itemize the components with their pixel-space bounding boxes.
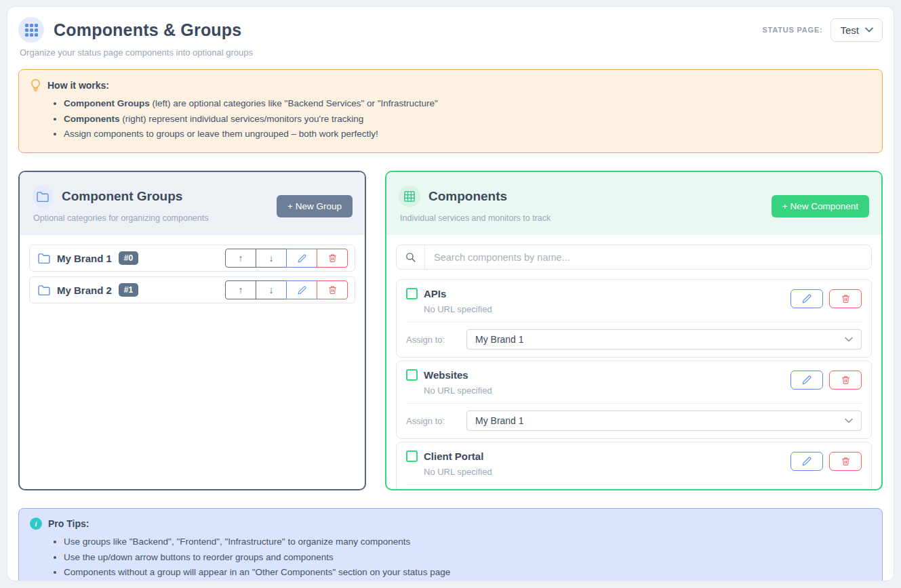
group-name: My Brand 2	[57, 285, 112, 296]
chevron-down-icon	[845, 418, 853, 423]
groups-panel-title: Component Groups	[62, 189, 182, 204]
component-card: Client Portal No URL specified	[396, 442, 872, 490]
group-order-badge: #0	[119, 251, 138, 265]
delete-group-button[interactable]	[317, 249, 348, 268]
components-panel-title: Components	[428, 189, 507, 204]
pro-tips-item: Use groups like "Backend", "Frontend", "…	[64, 534, 871, 550]
trash-icon	[328, 253, 337, 263]
group-name: My Brand 1	[57, 253, 112, 264]
components-groups-icon	[18, 17, 44, 43]
pencil-icon	[298, 254, 306, 263]
page-subtitle: Organize your status page components int…	[20, 47, 883, 58]
pencil-icon	[802, 294, 812, 303]
page-header: Components & Groups STATUS PAGE: Test	[18, 17, 883, 43]
component-url-note: No URL specified	[424, 304, 790, 314]
assigned-group-value: My Brand 1	[475, 334, 524, 345]
components-panel: Components Individual services and monit…	[385, 171, 883, 490]
group-order-badge: #1	[119, 283, 138, 297]
lightbulb-icon	[30, 79, 41, 91]
down-arrow-icon: ↓	[269, 285, 274, 295]
move-group-down-button[interactable]: ↓	[256, 249, 287, 268]
group-row: My Brand 2 #1 ↑ ↓	[29, 276, 355, 303]
component-url-note: No URL specified	[424, 385, 790, 396]
grid-icon	[404, 191, 415, 202]
pro-tips-box: i Pro Tips: Use groups like "Backend", "…	[18, 508, 883, 581]
delete-component-button[interactable]	[829, 289, 862, 308]
component-name: APIs	[424, 288, 446, 299]
component-checkbox[interactable]	[406, 450, 418, 462]
delete-group-button[interactable]	[317, 280, 348, 299]
component-name: Websites	[424, 369, 468, 381]
folder-icon	[38, 253, 50, 264]
edit-group-button[interactable]	[286, 280, 317, 299]
pro-tips-item: Use the up/down arrow buttons to reorder…	[64, 550, 871, 566]
up-arrow-icon: ↑	[239, 253, 243, 264]
trash-icon	[328, 285, 337, 295]
how-it-works-title: How it works:	[47, 80, 109, 91]
chevron-down-icon	[865, 27, 873, 33]
component-url-note: No URL specified	[424, 467, 790, 477]
page-title: Components & Groups	[54, 20, 241, 40]
chevron-down-icon	[845, 337, 853, 342]
component-name: Client Portal	[424, 450, 483, 462]
search-input[interactable]	[425, 245, 871, 269]
new-component-button[interactable]: + New Component	[772, 195, 869, 217]
edit-component-button[interactable]	[790, 289, 823, 308]
assign-group-select[interactable]: My Brand 1	[466, 329, 862, 350]
component-card: APIs No URL specified	[396, 279, 872, 358]
pencil-icon	[802, 457, 812, 466]
delete-component-button[interactable]	[829, 452, 862, 471]
component-card: Websites No URL specified	[396, 360, 872, 439]
status-page-value: Test	[840, 24, 859, 36]
trash-icon	[841, 375, 850, 385]
folder-icon-badge	[32, 186, 54, 207]
assign-to-label: Assign to:	[406, 335, 457, 345]
how-it-works-item: Components (right) represent individual …	[64, 112, 871, 127]
up-arrow-icon: ↑	[239, 285, 243, 295]
info-icon: i	[30, 518, 42, 530]
grid-icon-badge	[399, 186, 420, 207]
assign-group-select[interactable]: My Brand 1	[466, 411, 862, 431]
folder-icon	[38, 285, 50, 295]
component-checkbox[interactable]	[406, 369, 418, 381]
how-it-works-item: Component Groups (left) are optional cat…	[64, 96, 871, 112]
pro-tips-list: Use groups like "Backend", "Frontend", "…	[30, 534, 871, 581]
pro-tips-item: Components without a group will appear i…	[64, 565, 871, 581]
trash-icon	[841, 294, 850, 303]
delete-component-button[interactable]	[829, 371, 862, 390]
groups-panel-subtitle: Optional categories for organizing compo…	[33, 213, 208, 223]
edit-group-button[interactable]	[286, 249, 317, 268]
pencil-icon	[298, 286, 306, 295]
down-arrow-icon: ↓	[269, 253, 274, 264]
pro-tips-title: Pro Tips:	[48, 518, 89, 529]
move-group-up-button[interactable]: ↑	[225, 249, 256, 268]
component-checkbox[interactable]	[406, 288, 418, 299]
group-row: My Brand 1 #0 ↑ ↓	[29, 245, 355, 272]
how-it-works-list: Component Groups (left) are optional cat…	[30, 96, 871, 142]
status-page-select[interactable]: Test	[830, 18, 883, 42]
assign-to-label: Assign to:	[406, 416, 457, 426]
move-group-down-button[interactable]: ↓	[256, 280, 287, 299]
component-search	[396, 245, 872, 270]
status-page-label: STATUS PAGE:	[762, 26, 822, 34]
search-icon	[405, 251, 416, 263]
components-panel-subtitle: Individual services and monitors to trac…	[400, 213, 550, 223]
assigned-group-value: My Brand 1	[475, 415, 524, 426]
pencil-icon	[802, 375, 812, 385]
main-card: Components & Groups STATUS PAGE: Test Or…	[7, 6, 894, 581]
trash-icon	[841, 457, 850, 466]
how-it-works-item: Assign components to groups or leave the…	[64, 127, 871, 142]
move-group-up-button[interactable]: ↑	[225, 280, 256, 299]
how-it-works-box: How it works: Component Groups (left) ar…	[18, 69, 883, 153]
edit-component-button[interactable]	[790, 452, 823, 471]
component-groups-panel: Component Groups Optional categories for…	[18, 171, 366, 490]
folder-icon	[37, 192, 49, 202]
edit-component-button[interactable]	[790, 371, 823, 390]
new-group-button[interactable]: + New Group	[277, 195, 353, 217]
